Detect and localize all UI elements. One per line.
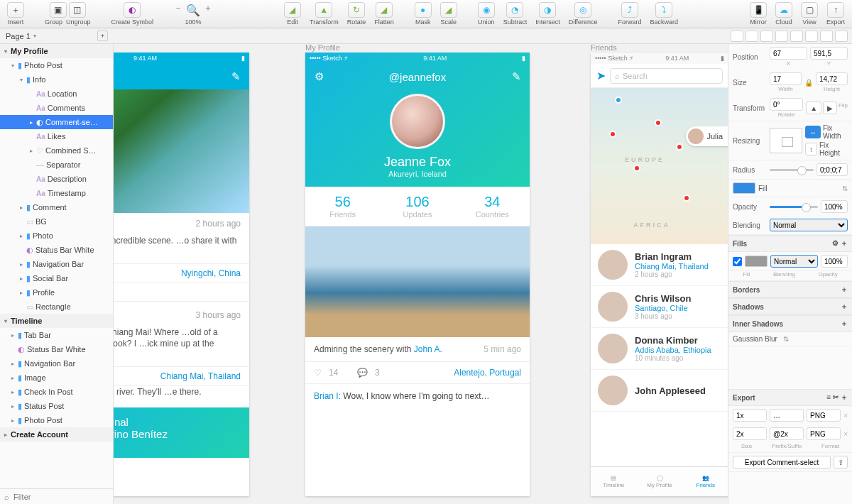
- stat-countries[interactable]: 34Countries: [455, 187, 530, 226]
- add-page-icon[interactable]: ＋: [97, 31, 108, 41]
- map-pin-icon[interactable]: [655, 119, 662, 126]
- radius-input[interactable]: [816, 163, 848, 176]
- toolbar-flatten[interactable]: ◢Flatten: [371, 2, 397, 26]
- layer-combined[interactable]: ▸♡Combined S…: [0, 143, 113, 158]
- toolbar-forward[interactable]: ⤴Forward: [616, 2, 645, 26]
- toolbar-group[interactable]: ▣ ◫ Group Ungroup: [42, 2, 94, 26]
- layer-photo-post[interactable]: ▾▮Photo Post: [0, 58, 113, 72]
- distribute-h-icon[interactable]: [820, 31, 833, 42]
- flip-h-icon[interactable]: ▲: [806, 102, 821, 114]
- align-top-icon[interactable]: [775, 31, 788, 42]
- position-y-input[interactable]: [810, 47, 848, 60]
- dropdown-icon[interactable]: ⇅: [783, 335, 789, 343]
- heart-icon[interactable]: ♡: [314, 368, 322, 378]
- gear-icon[interactable]: ⚙: [832, 239, 839, 247]
- export-size-input[interactable]: [733, 409, 767, 422]
- align-right-icon[interactable]: [760, 31, 773, 42]
- toolbar-mirror[interactable]: 📱Mirror: [747, 2, 770, 26]
- toolbar-edit[interactable]: ◢Edit: [281, 2, 304, 26]
- layer-photo[interactable]: ▸▮Photo: [0, 229, 113, 243]
- width-input[interactable]: [770, 72, 802, 85]
- toolbar-scale[interactable]: ◢Scale: [437, 2, 460, 26]
- export-prefix-input[interactable]: [770, 409, 804, 422]
- remove-icon[interactable]: ×: [843, 412, 848, 420]
- export-button[interactable]: Export Comment-select: [733, 456, 831, 469]
- search-input[interactable]: ⌕Search: [610, 68, 723, 84]
- height-input[interactable]: [816, 72, 848, 85]
- layer-comment-select[interactable]: ▸◐Comment-se…: [0, 115, 113, 129]
- layer-rectangle[interactable]: ▭Rectangle: [0, 300, 113, 314]
- fill-color-swatch[interactable]: [745, 256, 768, 267]
- toolbar-rotate[interactable]: ↻Rotate: [344, 2, 369, 26]
- layer-photopost[interactable]: ▸▮Photo Post: [0, 413, 113, 427]
- fill-enabled-checkbox[interactable]: [733, 257, 742, 266]
- layer-statusbar-2[interactable]: ◐Status Bar White: [0, 342, 113, 356]
- toolbar-union[interactable]: ◉Union: [475, 2, 498, 26]
- layer-navbar[interactable]: ▸▮Navigation Bar: [0, 257, 113, 271]
- map-pin-icon[interactable]: [609, 131, 616, 138]
- distribute-v-icon[interactable]: [835, 31, 848, 42]
- layer-separator[interactable]: —Separator: [0, 158, 113, 172]
- toolbar-mask[interactable]: ●Mask: [412, 2, 435, 26]
- friend-row[interactable]: Chris WilsonSantiago, Chile3 hours ago: [591, 286, 728, 328]
- map-pin-icon[interactable]: [676, 143, 683, 150]
- comment-icon[interactable]: 💬: [357, 368, 368, 378]
- toolbar-transform[interactable]: ▲Transform: [307, 2, 342, 26]
- resizing-control[interactable]: [770, 128, 802, 153]
- slice-icon[interactable]: ✂: [833, 393, 839, 401]
- gear-icon[interactable]: ⚙: [312, 70, 325, 83]
- toolbar-intersect[interactable]: ◑Intersect: [532, 2, 563, 26]
- radius-slider[interactable]: [770, 169, 814, 171]
- fill-blend-select[interactable]: Normal: [770, 255, 818, 268]
- dropdown-icon[interactable]: ⇅: [842, 185, 848, 192]
- align-center-v-icon[interactable]: [790, 31, 803, 42]
- add-icon[interactable]: ＋: [841, 239, 848, 247]
- toolbar-cloud[interactable]: ☁Cloud: [772, 2, 795, 26]
- friend-row[interactable]: Brian IngramChiang Mai, Thailand2 hours …: [591, 244, 728, 286]
- opacity-slider[interactable]: [770, 206, 818, 208]
- stat-friends[interactable]: 56Friends: [305, 187, 380, 226]
- stat-updates[interactable]: 106Updates: [380, 187, 454, 226]
- layer-comment-folder[interactable]: ▸▮Comment: [0, 200, 113, 214]
- layer-tabbar[interactable]: ▸▮Tab Bar: [0, 328, 113, 342]
- toolbar-subtract[interactable]: ◔Subtract: [501, 2, 530, 26]
- page-selector[interactable]: Page 1▾ ＋: [0, 31, 114, 41]
- layer-description[interactable]: AaDescription: [0, 172, 113, 186]
- remove-icon[interactable]: ×: [843, 430, 848, 438]
- layer-profile[interactable]: ▸▮Profile: [0, 285, 113, 300]
- layers-list[interactable]: ▾My Profile ▾▮Photo Post ▾▮Info AaLocati…: [0, 44, 113, 488]
- compose-icon[interactable]: ✎: [510, 70, 523, 83]
- fill-opacity-input[interactable]: [821, 255, 848, 268]
- layer-timestamp[interactable]: AaTimestamp: [0, 186, 113, 200]
- layer-navbar-2[interactable]: ▸▮Navigation Bar: [0, 356, 113, 371]
- fill-swatch[interactable]: [733, 182, 755, 194]
- map-pin-icon[interactable]: [683, 195, 690, 202]
- layer-statuspost[interactable]: ▸▮Status Post: [0, 399, 113, 413]
- fix-height-toggle[interactable]: ↕: [805, 143, 817, 155]
- map-pin-icon[interactable]: [633, 165, 640, 172]
- toolbar-create-symbol[interactable]: ◐ Create Symbol: [109, 2, 157, 26]
- add-icon[interactable]: ＋: [841, 302, 848, 312]
- flip-v-icon[interactable]: ▶: [823, 102, 837, 114]
- map-callout[interactable]: Julia: [686, 126, 728, 146]
- layer-comments[interactable]: AaComments: [0, 101, 113, 115]
- export-prefix-input[interactable]: [770, 427, 804, 440]
- add-icon[interactable]: ＋: [841, 285, 848, 295]
- mention-link[interactable]: John A.: [414, 344, 442, 354]
- share-icon[interactable]: ⇪: [834, 456, 848, 469]
- artboard-timeline[interactable]: ●●●●●9:41 AM▮ TravelMate ✎ …ode2 hours a…: [114, 53, 249, 496]
- export-format-input[interactable]: [807, 427, 841, 440]
- tab-friends[interactable]: 👥Friends: [682, 467, 728, 496]
- toolbar-view[interactable]: ▢View: [798, 2, 821, 26]
- rotate-input[interactable]: [770, 98, 803, 111]
- layer-socialbar[interactable]: ▸▮Social Bar: [0, 271, 113, 285]
- canvas[interactable]: ●●●●●9:41 AM▮ TravelMate ✎ …ode2 hours a…: [114, 44, 728, 504]
- map-pin-icon[interactable]: [615, 97, 622, 104]
- align-bottom-icon[interactable]: [805, 31, 818, 42]
- align-center-h-icon[interactable]: [746, 31, 758, 42]
- export-format-input[interactable]: [807, 409, 841, 422]
- toolbar-zoom[interactable]: －🔍＋ 100%: [171, 2, 215, 26]
- layer-location[interactable]: AaLocation: [0, 87, 113, 101]
- compose-icon[interactable]: ✎: [229, 70, 242, 83]
- add-icon[interactable]: ＋: [841, 393, 848, 401]
